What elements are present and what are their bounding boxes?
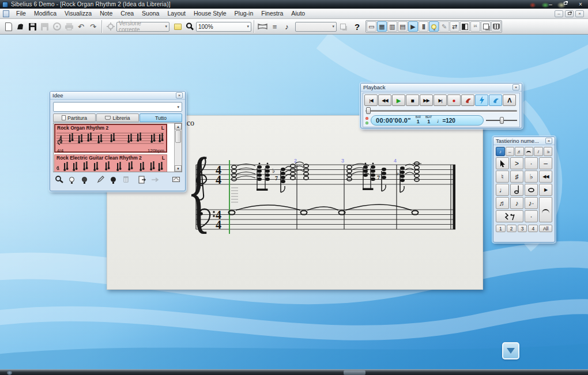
playback-toggle[interactable]: ▶: [408, 21, 418, 32]
keypad-toggle[interactable]: ▦: [377, 21, 387, 32]
save-version-button[interactable]: [39, 21, 51, 33]
export-idea-button[interactable]: [149, 175, 160, 184]
detach-panel-button[interactable]: [171, 175, 182, 184]
keypad-tab-accidentals[interactable]: ♭♭: [544, 147, 553, 156]
scrollbar-thumb[interactable]: [175, 130, 181, 143]
ideas-close-button[interactable]: ×: [176, 92, 183, 99]
taskbar-window-button[interactable]: [344, 370, 365, 375]
keypad-tab-jazz[interactable]: /: [534, 147, 543, 156]
menu-item-layout[interactable]: Layout: [163, 9, 190, 18]
edit-toggle[interactable]: ✎: [439, 21, 449, 32]
tab-libreria[interactable]: Libreria: [96, 113, 139, 122]
ideas-panel-titlebar[interactable]: Idee ×: [50, 92, 185, 100]
voice-all-button[interactable]: All: [539, 225, 552, 232]
live-playback-button[interactable]: [475, 94, 488, 106]
fast-forward-button[interactable]: ▶▶: [420, 94, 433, 106]
add-to-library-button[interactable]: [137, 175, 148, 184]
key-dot[interactable]: ·: [525, 210, 538, 222]
save-button[interactable]: [27, 21, 39, 33]
tab-tutto[interactable]: Tutto: [140, 113, 182, 122]
key-next[interactable]: ▶: [539, 184, 552, 196]
scroll-down-button[interactable]: [502, 342, 519, 359]
menu-item-finestra[interactable]: Finestra: [257, 9, 287, 18]
undo-button[interactable]: ↶: [75, 21, 87, 33]
export-audio-button[interactable]: [51, 21, 63, 33]
ideas-toggle[interactable]: [429, 21, 439, 32]
playback-panel-titlebar[interactable]: Playback ×: [361, 84, 522, 92]
key-dotted-note[interactable]: ♪·: [525, 197, 538, 209]
key-tenuto[interactable]: –: [539, 157, 552, 169]
minimize-button[interactable]: –: [546, 1, 555, 8]
record-button[interactable]: ●: [447, 94, 461, 106]
navigator-toggle[interactable]: ▭: [367, 21, 376, 32]
key-half-note[interactable]: [510, 184, 523, 196]
version-combobox[interactable]: Versione corrente ▾: [116, 22, 169, 32]
ideas-filter-combobox[interactable]: ▾: [53, 102, 182, 112]
document-desk[interactable]: Organo Elettrico {: [0, 35, 588, 369]
switch-views-toggle[interactable]: ⇄: [450, 21, 459, 32]
key-sixteenth-note[interactable]: ♬: [496, 197, 509, 209]
live-tempo-record-button[interactable]: [461, 94, 474, 106]
voice-2-button[interactable]: 2: [507, 225, 517, 232]
tempo-thumb[interactable]: [500, 117, 504, 124]
menu-item-crea[interactable]: Crea: [116, 9, 138, 18]
voice-3-button[interactable]: 3: [518, 225, 527, 232]
key-rest[interactable]: [496, 210, 523, 222]
mdi-minimize-button[interactable]: –: [555, 10, 563, 17]
properties-gear-button[interactable]: [104, 21, 116, 33]
capture-idea-button[interactable]: [54, 175, 65, 184]
key-staccato[interactable]: ·: [525, 157, 538, 169]
live-tempo-play-button[interactable]: [489, 94, 502, 106]
voice-4-button[interactable]: 4: [528, 225, 538, 232]
scroll-down-arrow[interactable]: ▼: [175, 165, 182, 172]
windows-taskbar[interactable]: [0, 369, 588, 375]
menu-item-note[interactable]: Note: [96, 9, 116, 18]
key-sharp[interactable]: ♯: [510, 171, 523, 183]
stop-button[interactable]: ■: [406, 94, 419, 106]
play-button[interactable]: ▶: [392, 94, 405, 106]
new-score-button[interactable]: [2, 21, 14, 33]
menu-item-visualizza[interactable]: Visualizza: [61, 9, 96, 18]
key-previous[interactable]: ◀◀: [539, 171, 552, 183]
menu-item-suona[interactable]: Suona: [138, 9, 163, 18]
playback-close-button[interactable]: ×: [512, 84, 519, 90]
key-whole-note[interactable]: [525, 184, 538, 196]
maximize-button[interactable]: [561, 1, 570, 8]
menu-item-plug-in[interactable]: Plug-in: [231, 9, 258, 18]
scroll-up-arrow[interactable]: ▲: [175, 123, 182, 130]
idea-item-rock-guitar[interactable]: Rock Electric Guitar Clean Rhythm 2 L: [54, 154, 167, 172]
go-to-start-button[interactable]: |◀: [364, 94, 378, 106]
print-button[interactable]: [63, 21, 75, 33]
arrange-toggle[interactable]: [491, 21, 501, 32]
note-values-toggle[interactable]: ¹⁶: [470, 21, 480, 32]
mixer-faders-toggle[interactable]: |||: [419, 21, 428, 32]
key-accent[interactable]: >: [510, 157, 523, 169]
redo-button[interactable]: ↷: [87, 21, 99, 33]
rewind-button[interactable]: ◀◀: [378, 94, 391, 106]
metronome-click-button[interactable]: Λ: [503, 94, 516, 106]
menu-item-aiuto[interactable]: Aiuto: [287, 9, 309, 18]
key-eighth-note[interactable]: ♪: [510, 197, 523, 209]
start-orb[interactable]: [7, 370, 12, 375]
menu-item-file[interactable]: File: [12, 9, 30, 18]
keypad-tab-notes[interactable]: ♪: [496, 147, 505, 156]
key-natural[interactable]: ♮: [496, 171, 509, 183]
close-button[interactable]: ×: [576, 1, 585, 8]
paste-idea-button[interactable]: [79, 175, 90, 184]
focus-on-staves-button[interactable]: ≡: [269, 21, 281, 33]
keypad-panel-titlebar[interactable]: Tastierino nume... ×: [493, 137, 555, 145]
keypad-close-button[interactable]: ×: [545, 138, 552, 144]
delete-idea-button[interactable]: [120, 175, 131, 184]
key-quarter-note[interactable]: ♩: [496, 184, 509, 196]
parts-toggle[interactable]: [481, 21, 491, 32]
ideas-scrollbar[interactable]: ▲ ▼: [174, 123, 182, 172]
keypad-tab-grace[interactable]: ♬: [515, 147, 524, 156]
timeline-thumb[interactable]: [366, 107, 371, 114]
keyboard-toggle[interactable]: ▤: [398, 21, 408, 32]
panorama-button[interactable]: [257, 21, 269, 33]
edit-idea-info-button[interactable]: [108, 175, 119, 184]
find-instrument-button[interactable]: [337, 21, 349, 33]
mdi-close-button[interactable]: ×: [575, 10, 584, 17]
menu-item-modifica[interactable]: Modifica: [30, 9, 61, 18]
mdi-restore-button[interactable]: [565, 10, 574, 17]
